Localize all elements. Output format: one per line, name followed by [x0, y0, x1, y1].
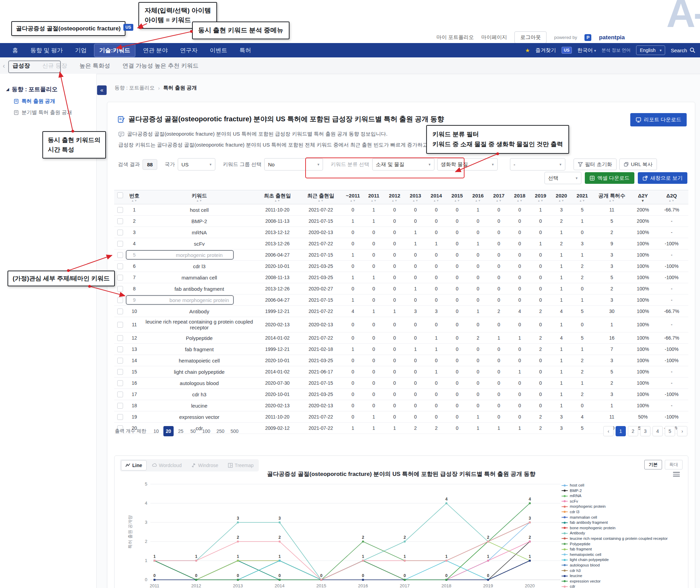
legend-item[interactable]: leucine rich repeat containing g protein… [562, 536, 686, 541]
sort-icon[interactable]: ▲▼ [256, 199, 298, 203]
favorite-star-icon[interactable]: ★ [525, 47, 530, 54]
data-point[interactable] [237, 521, 239, 523]
row-checkbox[interactable] [117, 322, 123, 328]
subnav-item[interactable]: 높은 특화성 [75, 62, 118, 70]
collapse-triangle-icon[interactable]: ◢ [6, 87, 9, 92]
keyword-group-select[interactable]: No▾ [264, 158, 323, 170]
chart-tab-treemap[interactable]: Treemap [224, 461, 258, 470]
column-header[interactable]: 2017▲▼ [488, 190, 509, 204]
keyword-cell[interactable]: leucine rich repeat containing g protein… [143, 317, 256, 332]
sort-icon[interactable]: ▲▼ [510, 199, 529, 203]
sort-icon[interactable]: ▲▼ [593, 199, 630, 203]
data-point[interactable] [362, 541, 364, 543]
sort-icon[interactable]: ▲▼ [144, 199, 255, 203]
nav-item[interactable]: 기업 [70, 44, 91, 57]
data-point[interactable] [237, 560, 239, 562]
column-header[interactable]: 2019▲▼ [530, 190, 551, 204]
favorite-label[interactable]: 즐겨찾기 [536, 47, 556, 54]
sort-icon[interactable]: ▲▼ [406, 199, 425, 203]
column-header[interactable]: 2013▲▼ [405, 190, 426, 204]
column-header[interactable]: 2015▲▼ [447, 190, 468, 204]
data-point[interactable] [362, 579, 364, 581]
data-point[interactable] [404, 541, 406, 543]
column-header[interactable]: 2011▲▼ [363, 190, 384, 204]
row-checkbox[interactable] [117, 252, 123, 258]
column-header[interactable]: 최근 출현일▲▼ [299, 190, 342, 204]
row-checkbox[interactable] [117, 358, 123, 364]
row-checkbox[interactable] [117, 297, 123, 303]
data-point[interactable] [404, 579, 406, 581]
subnav-item[interactable]: 연결 가능성 높은 추천 키워드 [118, 62, 206, 70]
keyword-cell[interactable]: Antibody [143, 306, 256, 317]
row-checkbox[interactable] [117, 380, 123, 386]
data-point[interactable] [529, 502, 531, 504]
sort-icon[interactable]: ▲▼ [552, 199, 571, 203]
legend-item[interactable]: mammalian cell [562, 515, 686, 520]
data-point[interactable] [529, 521, 531, 523]
data-point[interactable] [279, 560, 281, 562]
sort-icon[interactable]: ▲▼ [364, 199, 383, 203]
nav-item[interactable]: 연구자 [175, 44, 202, 57]
page-number-button[interactable]: 5 [665, 426, 675, 436]
sort-icon[interactable]: ▲▼ [385, 199, 404, 203]
nav-item[interactable]: 연관 분야 [138, 44, 173, 57]
row-checkbox[interactable] [117, 346, 123, 352]
legend-item[interactable]: fab fragment [562, 547, 686, 551]
column-header[interactable]: 2012▲▼ [384, 190, 405, 204]
keyword-cell[interactable]: mRNA [143, 227, 256, 238]
column-header[interactable]: 번호▲▼ [126, 190, 143, 204]
my-page-link[interactable]: 마이페이지 [481, 34, 507, 41]
column-header[interactable]: ~2011▲▼ [342, 190, 363, 204]
legend-item[interactable]: bone morphogenic protein [562, 526, 686, 530]
legend-item[interactable]: host cell [562, 483, 686, 488]
nav-item[interactable]: 이벤트 [205, 44, 232, 57]
legend-item[interactable]: BMP-2 [562, 489, 686, 493]
data-point[interactable] [237, 579, 239, 581]
sort-icon[interactable]: ▲▼ [126, 199, 142, 203]
keyword-cell[interactable]: fab antibody fragment [143, 283, 256, 295]
row-checkbox[interactable] [117, 218, 123, 224]
data-point[interactable] [279, 521, 281, 523]
data-point[interactable] [445, 502, 447, 504]
legend-item[interactable]: cdr h3 [562, 569, 686, 573]
chart-tab-windrose[interactable]: Windrose [187, 461, 222, 470]
data-point[interactable] [195, 560, 197, 562]
page-size-button[interactable]: 250 [214, 426, 226, 436]
keyword-cell[interactable]: autologous blood [143, 378, 256, 389]
sidebar-item[interactable]: 분기별 특허 출원 공개 [0, 105, 96, 116]
sort-icon[interactable]: ▲▼ [468, 199, 488, 203]
keyword-cell[interactable]: leucine [143, 400, 256, 411]
legend-item[interactable]: expression vector [562, 579, 686, 584]
data-point[interactable] [237, 541, 239, 543]
page-size-button[interactable]: 20 [163, 426, 174, 436]
my-portfolio-link[interactable]: 마이 포트폴리오 [436, 34, 474, 41]
column-header[interactable]: Δ2Y▼ [631, 190, 655, 204]
page-size-button[interactable]: 50 [188, 426, 198, 436]
data-point[interactable] [153, 560, 156, 562]
keyword-cell[interactable]: Polypeptide [143, 332, 256, 344]
subnav-item[interactable]: 급성장 [8, 62, 38, 70]
data-point[interactable] [487, 560, 489, 562]
row-checkbox[interactable] [117, 263, 123, 269]
keyword-cell[interactable]: mammalian cell [143, 272, 256, 283]
data-point[interactable] [487, 579, 489, 581]
data-point[interactable] [279, 541, 281, 543]
keyword-cell[interactable]: scFv [143, 238, 256, 249]
row-checkbox[interactable] [117, 403, 123, 409]
country-badge[interactable]: US [562, 47, 572, 54]
column-header[interactable]: 2016▲▼ [468, 190, 488, 204]
search-control[interactable]: Search [671, 47, 695, 53]
row-checkbox[interactable] [117, 392, 123, 397]
data-point[interactable] [279, 579, 281, 581]
column-header[interactable]: 키워드▲▼ [143, 190, 256, 204]
copy-url-button[interactable]: URL 복사 [619, 159, 657, 170]
data-point[interactable] [404, 560, 406, 562]
legend-item[interactable]: morphogenic protein [562, 504, 686, 509]
column-header[interactable]: 2021▲▼ [572, 190, 593, 204]
analysis-language-select[interactable]: English▾ [636, 45, 665, 55]
nav-item[interactable]: 동향 및 평가 [26, 44, 67, 57]
sidebar-item[interactable]: 특허 출원 공개 [0, 93, 96, 105]
sidebar-collapse-button[interactable]: « [97, 85, 107, 95]
legend-item[interactable]: cdr l3 [562, 510, 686, 514]
keyword-cell[interactable]: light chain polypeptide [143, 366, 256, 378]
